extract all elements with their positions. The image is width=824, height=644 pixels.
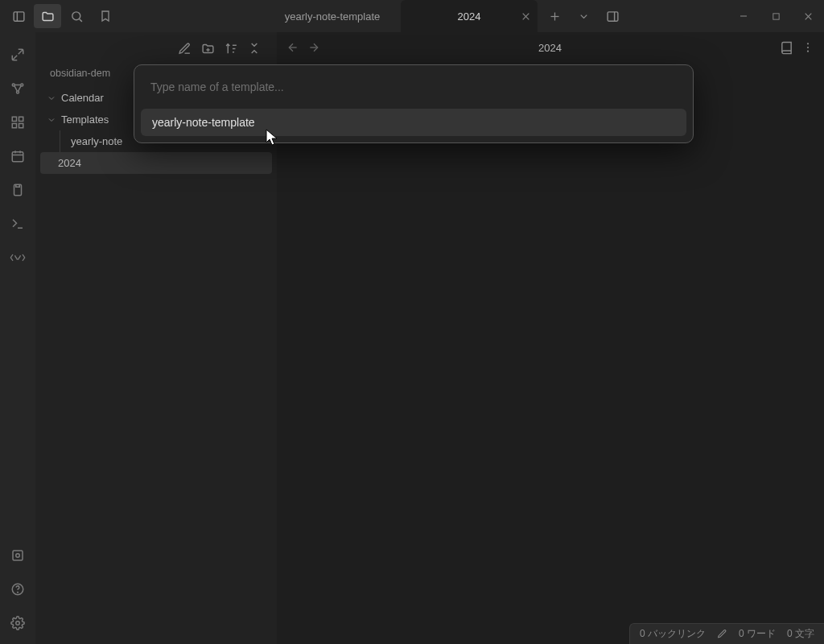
svg-line-18 bbox=[19, 86, 21, 91]
folder-label: Calendar bbox=[61, 92, 104, 104]
svg-rect-11 bbox=[772, 13, 778, 19]
new-tab-icon[interactable] bbox=[541, 4, 568, 28]
reading-mode-icon[interactable] bbox=[780, 41, 793, 55]
svg-line-17 bbox=[14, 86, 17, 91]
svg-point-30 bbox=[16, 554, 20, 558]
status-char-count[interactable]: 0 文字 bbox=[787, 627, 814, 641]
result-label: yearly-note-template bbox=[152, 116, 255, 129]
tab-label: yearly-note-template bbox=[285, 10, 381, 23]
templates-icon[interactable] bbox=[6, 179, 29, 201]
tab-label: 2024 bbox=[458, 10, 481, 23]
folder-label: Templates bbox=[61, 114, 109, 126]
svg-rect-8 bbox=[608, 11, 618, 20]
template-picker-modal: yearly-note-template bbox=[134, 64, 694, 143]
svg-point-2 bbox=[72, 11, 80, 19]
nav-back-icon[interactable] bbox=[286, 41, 299, 54]
sidebar-toolbar bbox=[35, 32, 277, 64]
close-window-icon[interactable] bbox=[792, 4, 824, 28]
status-word-count[interactable]: 0 ワード bbox=[739, 627, 776, 641]
svg-rect-29 bbox=[13, 551, 23, 560]
settings-icon[interactable] bbox=[6, 612, 29, 634]
note-title[interactable]: 2024 bbox=[320, 42, 780, 54]
svg-rect-23 bbox=[19, 124, 23, 128]
editor-area[interactable] bbox=[277, 63, 824, 644]
close-tab-icon[interactable] bbox=[521, 11, 531, 22]
bookmarks-tab-icon[interactable] bbox=[92, 4, 119, 28]
svg-point-32 bbox=[18, 592, 19, 592]
templater-icon[interactable] bbox=[6, 246, 29, 269]
command-palette-icon[interactable] bbox=[6, 213, 29, 235]
svg-rect-20 bbox=[12, 117, 16, 121]
file-2024[interactable]: 2024 bbox=[40, 152, 272, 174]
main-header: 2024 bbox=[277, 32, 824, 63]
svg-line-3 bbox=[79, 19, 81, 21]
svg-rect-0 bbox=[14, 11, 24, 20]
window-controls bbox=[727, 0, 824, 32]
tab-strip: yearly-note-template 2024 bbox=[264, 0, 727, 32]
minimize-window-icon[interactable] bbox=[727, 4, 760, 28]
status-bar: 0 バックリンク 0 ワード 0 文字 bbox=[629, 623, 824, 644]
template-result-item[interactable]: yearly-note-template bbox=[141, 109, 686, 136]
svg-point-16 bbox=[17, 91, 19, 93]
titlebar-left-icons bbox=[0, 0, 119, 32]
graph-view-icon[interactable] bbox=[6, 77, 29, 100]
file-explorer-tab-icon[interactable] bbox=[34, 4, 61, 28]
left-ribbon bbox=[0, 32, 35, 644]
canvas-icon[interactable] bbox=[6, 111, 29, 134]
file-label: yearly-note bbox=[71, 135, 122, 147]
daily-note-icon[interactable] bbox=[6, 145, 29, 167]
template-search-input[interactable] bbox=[141, 72, 686, 102]
more-options-icon[interactable] bbox=[801, 41, 814, 55]
new-folder-icon[interactable] bbox=[201, 42, 215, 56]
tab-actions bbox=[538, 0, 629, 32]
tab-2024[interactable]: 2024 bbox=[401, 0, 538, 32]
toggle-left-sidebar-icon[interactable] bbox=[5, 4, 32, 28]
status-backlinks[interactable]: 0 バックリンク bbox=[640, 627, 706, 641]
chevron-down-icon bbox=[47, 93, 56, 103]
vault-icon[interactable] bbox=[6, 544, 29, 567]
new-note-icon[interactable] bbox=[178, 42, 192, 56]
svg-point-44 bbox=[807, 50, 809, 52]
svg-rect-24 bbox=[12, 152, 23, 162]
collapse-icon[interactable] bbox=[248, 42, 261, 55]
tab-list-dropdown-icon[interactable] bbox=[570, 4, 597, 28]
toggle-right-sidebar-icon[interactable] bbox=[599, 4, 626, 28]
nav-forward-icon[interactable] bbox=[307, 41, 320, 54]
svg-rect-21 bbox=[19, 117, 23, 121]
svg-point-33 bbox=[16, 621, 20, 625]
help-icon[interactable] bbox=[6, 578, 29, 601]
sort-icon[interactable] bbox=[225, 42, 238, 56]
chevron-down-icon bbox=[47, 115, 56, 125]
maximize-window-icon[interactable] bbox=[760, 4, 792, 28]
tab-yearly-note-template[interactable]: yearly-note-template bbox=[264, 0, 401, 32]
file-label: 2024 bbox=[58, 157, 81, 169]
svg-point-42 bbox=[807, 43, 809, 44]
template-results: yearly-note-template bbox=[141, 109, 686, 136]
svg-point-43 bbox=[807, 46, 809, 47]
pencil-icon[interactable] bbox=[717, 629, 727, 639]
titlebar: yearly-note-template 2024 bbox=[0, 0, 824, 32]
svg-rect-22 bbox=[12, 124, 16, 128]
search-tab-icon[interactable] bbox=[63, 4, 90, 28]
svg-point-14 bbox=[12, 84, 14, 86]
svg-point-15 bbox=[21, 84, 23, 86]
quick-switcher-icon[interactable] bbox=[6, 43, 29, 66]
